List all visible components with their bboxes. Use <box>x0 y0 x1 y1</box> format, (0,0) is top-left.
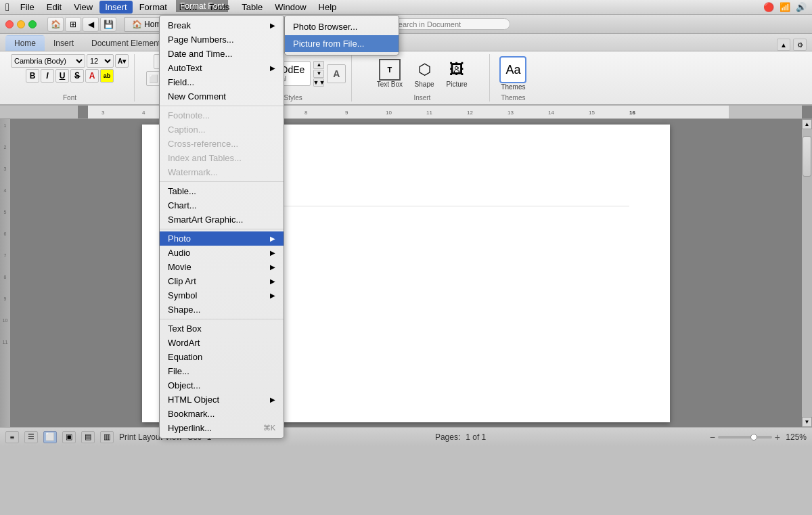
menu-item-smartart[interactable]: SmartArt Graphic... <box>160 212 284 227</box>
picture-from-file-item[interactable]: Picture from File... <box>285 35 399 52</box>
zoom-slider[interactable] <box>718 436 772 439</box>
menu-item-html-object[interactable]: HTML Object ▶ <box>160 393 284 407</box>
menu-item-field[interactable]: Field... <box>160 75 284 89</box>
movie-arrow: ▶ <box>270 263 275 271</box>
menu-item-photo[interactable]: Photo ▶ <box>160 231 284 246</box>
styles-more-button[interactable]: ▼▼ <box>313 79 324 87</box>
photo-submenu: Photo Browser... Picture from File... <box>284 15 399 55</box>
menu-item-page-numbers[interactable]: Page Numbers... <box>160 32 284 47</box>
zoom-slider-thumb[interactable] <box>750 434 757 441</box>
toolbar-icon-3[interactable]: ◀ <box>83 17 99 32</box>
ruler-v-2: 2 <box>4 145 7 150</box>
ruler-v-5: 5 <box>4 210 7 215</box>
zoom-plus-button[interactable]: + <box>775 432 780 443</box>
menu-item-file[interactable]: File... <box>160 364 284 378</box>
font-size-stepper[interactable]: A▾ <box>115 54 129 68</box>
view-icon-5[interactable]: ▤ <box>81 431 95 443</box>
menu-item-text-box[interactable]: Text Box <box>160 321 284 336</box>
menu-item-wordart[interactable]: WordArt <box>160 336 284 350</box>
menu-insert[interactable]: Insert <box>99 1 133 14</box>
menu-item-symbol[interactable]: Symbol ▶ <box>160 288 284 303</box>
zoom-slider-container: − + 125% <box>710 432 807 443</box>
scroll-thumb[interactable] <box>803 136 811 177</box>
menu-file[interactable]: File <box>15 1 40 14</box>
ribbon-group-font: Cambria (Body) 12 A▾ B I U S̶ A ab Font <box>5 54 135 102</box>
menu-format[interactable]: Format <box>134 1 173 14</box>
font-size-select[interactable]: 12 <box>87 54 114 68</box>
menu-item-watermark: Watermark... <box>160 165 284 179</box>
picture-from-file-label: Picture from File... <box>293 39 364 49</box>
autotext-arrow: ▶ <box>270 64 275 72</box>
ribbon-group-themes: Aa Themes Themes <box>493 54 533 102</box>
ribbon-collapse-button[interactable]: ▲ <box>777 39 790 51</box>
menu-edit[interactable]: Edit <box>41 1 67 14</box>
menu-item-table[interactable]: Table... <box>160 184 284 198</box>
tab-insert[interactable]: Insert <box>45 35 83 51</box>
menu-help[interactable]: Help <box>313 1 342 14</box>
scroll-up-button[interactable]: ▲ <box>802 119 812 129</box>
shape-button[interactable]: ⬡ Shape <box>411 58 438 89</box>
picture-icon: 🖼 <box>449 61 464 79</box>
menu-item-bookmark[interactable]: Bookmark... <box>160 407 284 421</box>
tab-home[interactable]: Home <box>5 35 45 51</box>
photo-browser-item[interactable]: Photo Browser... <box>285 18 399 35</box>
toolbar-icon-4[interactable]: 💾 <box>100 17 116 32</box>
view-icon-2[interactable]: ☰ <box>24 431 38 443</box>
toolbar-icon-1[interactable]: 🏠 <box>47 17 64 32</box>
left-ruler: 1 2 3 4 5 6 7 8 9 10 11 <box>0 119 10 427</box>
toolbar-icon-2[interactable]: ⊞ <box>65 17 81 32</box>
menu-item-chart[interactable]: Chart... <box>160 198 284 212</box>
menu-item-index-tables: Index and Tables... <box>160 151 284 165</box>
ruler-left-scroll <box>78 106 88 118</box>
menu-table[interactable]: Table <box>236 1 268 14</box>
view-icon-1[interactable]: ≡ <box>5 431 19 443</box>
menu-view[interactable]: View <box>68 1 98 14</box>
titlebar: 🏠 ⊞ ◀ 💾 🏠 Home Head... ¶ ⊞ ☰ ⇥ 125% ▾ ? … <box>0 15 812 34</box>
menu-item-break[interactable]: Break ▶ <box>160 18 284 32</box>
traffic-lights <box>5 20 37 28</box>
menubar:  File Edit View Insert Format Font Tool… <box>0 0 812 15</box>
menu-item-object[interactable]: Object... <box>160 378 284 393</box>
italic-button[interactable]: I <box>41 69 54 83</box>
styles-scroll-down-button[interactable]: ▼ <box>313 70 324 78</box>
style-a-button[interactable]: A <box>327 64 346 83</box>
style-buttons: A <box>327 64 346 83</box>
zoom-minus-button[interactable]: − <box>710 432 715 443</box>
wifi-icon: 📶 <box>780 2 790 12</box>
underline-button[interactable]: U <box>55 69 69 83</box>
menu-item-hyperlink[interactable]: Hyperlink... ⌘K <box>160 421 284 435</box>
styles-scroll-up-button[interactable]: ▲ <box>313 61 324 69</box>
menu-item-equation[interactable]: Equation <box>160 350 284 364</box>
menu-item-autotext[interactable]: AutoText ▶ <box>160 61 284 75</box>
picture-button[interactable]: 🖼 Picture <box>443 58 470 89</box>
font-family-select[interactable]: Cambria (Body) <box>11 54 85 68</box>
view-icon-6[interactable]: ▥ <box>100 431 114 443</box>
bold-button[interactable]: B <box>26 69 39 83</box>
menu-item-movie[interactable]: Movie ▶ <box>160 260 284 274</box>
themes-button[interactable]: Aa Themes <box>499 56 526 91</box>
close-button[interactable] <box>5 20 14 28</box>
search-input[interactable] <box>393 20 501 28</box>
scroll-down-button[interactable]: ▼ <box>802 417 812 427</box>
menu-item-shape[interactable]: Shape... <box>160 303 284 317</box>
strikethrough-button[interactable]: S̶ <box>70 69 84 83</box>
apple-menu-icon[interactable]:  <box>5 1 9 14</box>
view-icon-4[interactable]: ▣ <box>62 431 76 443</box>
object-label: Object... <box>168 380 200 390</box>
highlight-button[interactable]: ab <box>100 69 114 83</box>
minimize-button[interactable] <box>17 20 25 28</box>
menu-window[interactable]: Window <box>269 1 311 14</box>
html-object-label: HTML Object <box>168 395 219 405</box>
ribbon-settings-button[interactable]: ⚙ <box>793 39 807 51</box>
textbox-button[interactable]: T Text Box <box>374 58 405 89</box>
maximize-button[interactable] <box>28 20 37 28</box>
symbol-label: Symbol <box>168 290 197 300</box>
text-color-button[interactable]: A <box>85 69 99 83</box>
menu-item-audio[interactable]: Audio ▶ <box>160 246 284 260</box>
menu-item-clip-art[interactable]: Clip Art ▶ <box>160 274 284 288</box>
ruler-num-6: 8 <box>304 110 307 116</box>
menu-item-new-comment[interactable]: New Comment <box>160 89 284 104</box>
insert-group-content: T Text Box ⬡ Shape 🖼 Picture <box>374 54 470 93</box>
menu-item-date-time[interactable]: Date and Time... <box>160 47 284 61</box>
view-icon-3[interactable]: ⬜ <box>43 431 57 443</box>
